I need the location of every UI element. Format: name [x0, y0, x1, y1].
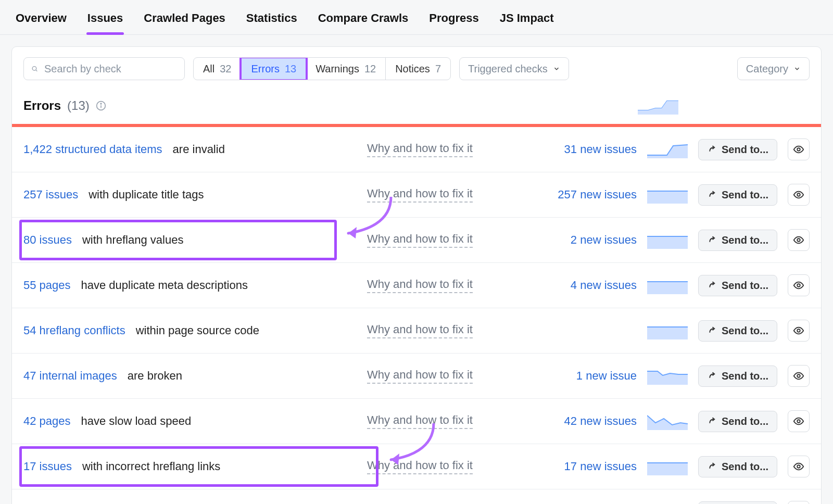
svg-point-6	[797, 193, 800, 196]
category-dropdown[interactable]: Category	[737, 57, 810, 80]
send-to-button[interactable]: Send to...	[698, 320, 777, 342]
chevron-down-icon	[793, 65, 801, 72]
issue-count-link[interactable]: 80 issues	[23, 233, 72, 247]
svg-point-11	[797, 374, 800, 377]
issue-count-link[interactable]: 17 issues	[23, 460, 72, 473]
issue-row: 55 pages have duplicate meta description…	[12, 263, 821, 308]
share-arrow-icon	[707, 371, 716, 381]
new-issues-link[interactable]: 2 new issues	[527, 233, 637, 247]
send-to-button[interactable]: Send to...	[698, 230, 777, 251]
trend-sparkline	[647, 458, 688, 475]
issue-count-link[interactable]: 42 pages	[23, 414, 71, 428]
send-to-button[interactable]: Send to...	[698, 139, 777, 160]
view-button[interactable]	[788, 410, 810, 432]
filter-notices[interactable]: Notices 7	[386, 58, 450, 80]
issue-description: 42 pages have slow load speed	[23, 414, 357, 428]
filter-notices-count: 7	[435, 63, 441, 75]
why-fix-link[interactable]: Why and how to fix it	[367, 368, 473, 384]
search-input[interactable]	[43, 62, 177, 75]
eye-icon	[793, 280, 804, 291]
trend-sparkline	[647, 322, 688, 339]
issue-row: 17 issues with incorrect hreflang links …	[12, 444, 821, 489]
triggered-checks-dropdown[interactable]: Triggered checks	[459, 57, 569, 80]
trend-sparkline	[647, 367, 688, 385]
new-issues-link[interactable]: 42 new issues	[527, 414, 637, 428]
svg-point-0	[32, 67, 36, 71]
new-issues-link[interactable]: 17 new issues	[527, 460, 637, 473]
eye-icon	[793, 370, 804, 382]
view-button[interactable]	[788, 320, 810, 342]
filter-errors-label: Errors	[251, 63, 279, 75]
view-button[interactable]	[788, 501, 810, 504]
send-to-button[interactable]: Send to...	[698, 366, 777, 387]
tab-progress[interactable]: Progress	[428, 6, 479, 34]
svg-point-4	[100, 103, 102, 104]
category-label: Category	[746, 63, 788, 75]
filter-all-label: All	[203, 63, 214, 75]
search-input-wrapper[interactable]	[23, 57, 185, 80]
send-to-button[interactable]: Send to...	[698, 501, 777, 505]
issue-text: with duplicate title tags	[89, 188, 204, 201]
new-issues-link[interactable]: 4 new issues	[527, 279, 637, 292]
tab-issues[interactable]: Issues	[86, 6, 124, 34]
tab-statistics[interactable]: Statistics	[245, 6, 298, 34]
send-to-button[interactable]: Send to...	[698, 456, 777, 477]
new-issues-link[interactable]: 31 new issues	[527, 143, 637, 156]
info-icon[interactable]	[96, 100, 106, 111]
issue-count-link[interactable]: 1,422 structured data items	[23, 143, 162, 156]
send-to-button[interactable]: Send to...	[698, 411, 777, 432]
view-button[interactable]	[788, 184, 810, 206]
filter-warnings-count: 12	[364, 63, 376, 75]
issues-panel: All 32 Errors 13 Warnings 12 Notices 7 T…	[11, 46, 822, 504]
view-button[interactable]	[788, 138, 810, 160]
share-arrow-icon	[707, 281, 716, 290]
eye-icon	[793, 144, 804, 155]
issue-count-link[interactable]: 257 issues	[23, 188, 78, 201]
filter-errors[interactable]: Errors 13	[241, 57, 307, 80]
why-fix-link[interactable]: Why and how to fix it	[367, 278, 473, 293]
svg-line-1	[36, 70, 37, 71]
issue-count-link[interactable]: 55 pages	[23, 279, 71, 292]
send-to-button[interactable]: Send to...	[698, 184, 777, 206]
issue-row: 42 pages have slow load speed Why and ho…	[12, 399, 821, 444]
issue-description: 257 issues with duplicate title tags	[23, 188, 357, 201]
eye-icon	[793, 461, 804, 472]
trend-sparkline	[647, 186, 688, 204]
eye-icon	[793, 415, 804, 427]
issue-type-segmented: All 32 Errors 13 Warnings 12 Notices 7	[193, 57, 451, 80]
share-arrow-icon	[707, 235, 716, 245]
why-fix-link[interactable]: Why and how to fix it	[367, 142, 473, 157]
issue-row: 54 hreflang conflicts within page source…	[12, 308, 821, 354]
tab-compare-crawls[interactable]: Compare Crawls	[317, 6, 410, 34]
issue-count-link[interactable]: 47 internal images	[23, 369, 117, 383]
why-fix-link[interactable]: Why and how to fix it	[367, 232, 473, 248]
why-fix-link[interactable]: Why and how to fix it	[367, 187, 473, 203]
new-issues-link[interactable]: 257 new issues	[527, 188, 637, 201]
issue-description: 54 hreflang conflicts within page source…	[23, 324, 357, 337]
view-button[interactable]	[788, 456, 810, 477]
filter-warnings[interactable]: Warnings 12	[306, 58, 386, 80]
view-button[interactable]	[788, 365, 810, 387]
chevron-down-icon	[553, 65, 560, 72]
svg-point-9	[797, 284, 800, 287]
send-to-button[interactable]: Send to...	[698, 275, 777, 296]
view-button[interactable]	[788, 274, 810, 296]
issue-text: have slow load speed	[81, 414, 192, 428]
tab-crawled-pages[interactable]: Crawled Pages	[143, 6, 226, 34]
share-arrow-icon	[707, 145, 716, 154]
new-issues-link[interactable]: 1 new issue	[527, 369, 637, 383]
share-arrow-icon	[707, 417, 716, 426]
share-arrow-icon	[707, 326, 716, 335]
issue-text: with incorrect hreflang links	[82, 460, 220, 473]
tab-overview[interactable]: Overview	[15, 6, 68, 34]
filter-all[interactable]: All 32	[194, 58, 241, 80]
top-nav: Overview Issues Crawled Pages Statistics…	[0, 0, 833, 35]
tab-js-impact[interactable]: JS Impact	[499, 6, 555, 34]
eye-icon	[793, 189, 804, 200]
why-fix-link[interactable]: Why and how to fix it	[367, 459, 473, 474]
issue-count-link[interactable]: 54 hreflang conflicts	[23, 324, 125, 337]
view-button[interactable]	[788, 229, 810, 251]
why-fix-link[interactable]: Why and how to fix it	[367, 413, 473, 429]
why-fix-link[interactable]: Why and how to fix it	[367, 323, 473, 338]
trend-sparkline	[638, 97, 678, 115]
